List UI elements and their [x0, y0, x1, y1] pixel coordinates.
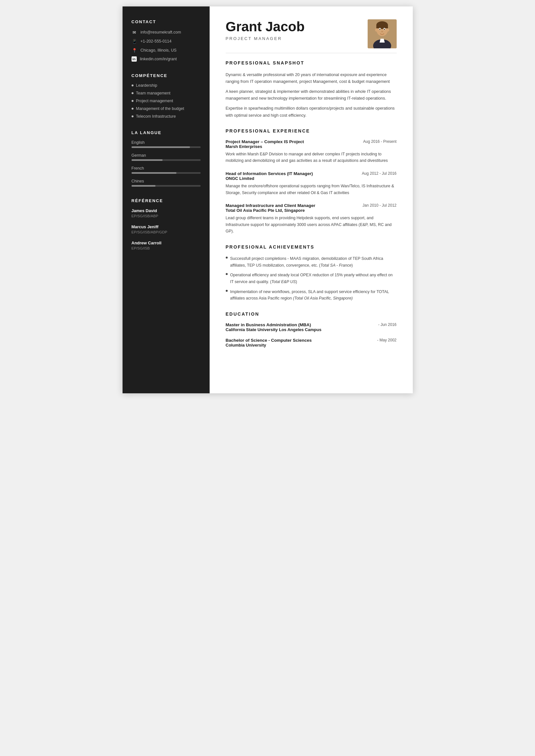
achievement-text: Implementation of new workflows, process…: [230, 288, 397, 302]
ref-2: Marcus Jeniff EP/SG/ISB/ABP/GDP: [131, 224, 201, 234]
skills-list: Leardership Team management Project mana…: [131, 83, 201, 119]
skill-dot: [131, 100, 133, 102]
experience-title: PROFESSIONAL EXPERIENCE: [226, 128, 397, 135]
lang-name: French: [131, 166, 201, 171]
skill-dot: [131, 92, 133, 94]
skills-section: COMPÉTENCE Leardership Team management P…: [131, 73, 201, 119]
exp-job-title: Head of Information Services (IT Manager…: [226, 171, 313, 176]
location-icon: 📍: [131, 47, 137, 53]
exp-header-row: Project Manager – Complex IS Project Aug…: [226, 139, 397, 144]
exp-header-row: Head of Information Services (IT Manager…: [226, 171, 397, 176]
skill-dot: [131, 108, 133, 110]
snapshot-title: PROFESSIONAL SNAPSHOT: [226, 60, 397, 67]
exp-company: Marsh Enterprises: [226, 144, 397, 149]
ref-name: James David: [131, 208, 201, 213]
bullet-dot: [226, 256, 228, 258]
linkedin-icon: in: [131, 56, 137, 62]
achievement-2: Operational efficiency and steady local …: [226, 272, 397, 285]
lang-name: English: [131, 140, 201, 145]
exp-desc: Work within Marsh E&P Division to manage…: [226, 151, 397, 164]
lang-bar-fill: [131, 172, 176, 174]
snapshot-para-2: A keen planner, strategist & implementer…: [226, 88, 397, 101]
phone-text: +1-202-555-0114: [141, 39, 172, 43]
ref-code: EP/SG/ISB/ABP: [131, 214, 201, 218]
lang-bar-fill: [131, 159, 162, 161]
resume-container: CONTACT ✉ info@resumekraft.com 📱 +1-202-…: [123, 7, 413, 393]
exp-job-title: Project Manager – Complex IS Project: [226, 139, 304, 144]
phone-icon: 📱: [131, 39, 137, 44]
edu-date: - Jun 2016: [378, 322, 397, 327]
lang-title: LA LANGUE: [131, 130, 201, 135]
edu-header-row: Bachelor of Science - Computer Sciences …: [226, 338, 397, 343]
ref-code: EP/SG/ISB: [131, 246, 201, 250]
edu-entry-1: Master in Business Administration (MBA) …: [226, 322, 397, 332]
edu-degree: Bachelor of Science - Computer Sciences: [226, 338, 312, 343]
avatar-image: [368, 19, 397, 48]
achievement-1: Successfull project completions - MAAS m…: [226, 255, 397, 269]
skill-dot: [131, 116, 133, 117]
contact-list: ✉ info@resumekraft.com 📱 +1-202-555-0114…: [131, 29, 201, 62]
exp-desc: Lead group different teams in providing …: [226, 215, 397, 235]
skill-label: Management of the budget: [136, 106, 184, 111]
edu-date: - May 2002: [377, 338, 396, 342]
achievement-text: Operational efficiency and steady local …: [230, 272, 397, 285]
lang-french: French: [131, 166, 201, 174]
contact-linkedin: in linkedin.com/in/grant: [131, 56, 201, 62]
lang-bar-bg: [131, 172, 201, 174]
skill-3: Project management: [131, 99, 201, 103]
achievement-3: Implementation of new workflows, process…: [226, 288, 397, 302]
experience-section: PROFESSIONAL EXPERIENCE Project Manager …: [226, 128, 397, 235]
exp-date: Aug 2016 - Present: [363, 139, 396, 144]
exp-entry-1: Project Manager – Complex IS Project Aug…: [226, 139, 397, 164]
svg-point-12: [381, 31, 383, 32]
svg-point-10: [379, 29, 380, 30]
contact-section: CONTACT ✉ info@resumekraft.com 📱 +1-202-…: [131, 19, 201, 62]
lang-bar-bg: [131, 147, 201, 148]
email-icon: ✉: [131, 29, 137, 35]
edu-school: California State University Los Angeles …: [226, 327, 397, 332]
contact-phone: 📱 +1-202-555-0114: [131, 39, 201, 44]
skills-title: COMPÉTENCE: [131, 73, 201, 78]
skill-dot: [131, 85, 133, 86]
ref-name: Andrew Carroll: [131, 240, 201, 245]
contact-title: CONTACT: [131, 19, 201, 24]
ref-3: Andrew Carroll EP/SG/ISB: [131, 240, 201, 250]
exp-date: Aug 2012 - Jul 2016: [362, 171, 396, 176]
lang-chinese: Chines: [131, 179, 201, 187]
sidebar: CONTACT ✉ info@resumekraft.com 📱 +1-202-…: [123, 7, 210, 393]
lang-german: German: [131, 153, 201, 161]
email-text: info@resumekraft.com: [141, 30, 181, 35]
reference-section: RÉFÉRENCE James David EP/SG/ISB/ABP Marc…: [131, 198, 201, 250]
education-section: EDUCATION Master in Business Administrat…: [226, 311, 397, 347]
main-header: Grant Jacob PROJECT MANAGER: [226, 19, 397, 48]
skill-label: Project management: [136, 99, 173, 103]
lang-bar-bg: [131, 159, 201, 161]
edu-school: Columbia University: [226, 343, 397, 347]
snapshot-section: PROFESSIONAL SNAPSHOT Dynamic & versatil…: [226, 60, 397, 119]
education-title: EDUCATION: [226, 311, 397, 318]
candidate-title: PROJECT MANAGER: [226, 36, 305, 41]
contact-location: 📍 Chicago, Illinois, US: [131, 47, 201, 53]
exp-header-row: Managed Infrastructure and Client Manage…: [226, 203, 397, 208]
skill-4: Management of the budget: [131, 106, 201, 111]
candidate-name: Grant Jacob: [226, 19, 305, 34]
snapshot-para-1: Dynamic & versatile professional with 20…: [226, 71, 397, 85]
ref-name: Marcus Jeniff: [131, 224, 201, 229]
lang-bar-fill: [131, 185, 156, 187]
lang-english: English: [131, 140, 201, 148]
exp-date: Jan 2010 - Jul 2012: [362, 203, 396, 208]
ref-code: EP/SG/ISB/ABP/GDP: [131, 230, 201, 234]
achievements-list: Successfull project completions - MAAS m…: [226, 255, 397, 302]
exp-desc: Manage the onshore/offshore operational …: [226, 183, 397, 196]
language-section: LA LANGUE English German French: [131, 130, 201, 187]
main-content: Grant Jacob PROJECT MANAGER: [210, 7, 413, 393]
achievement-text: Successfull project completions - MAAS m…: [230, 255, 397, 269]
skill-label: Telecom Infrastructure: [136, 114, 176, 119]
achievements-section: PROFESIONAL ACHIEVEMENTS Successfull pro…: [226, 244, 397, 302]
edu-entry-2: Bachelor of Science - Computer Sciences …: [226, 338, 397, 347]
achievements-title: PROFESIONAL ACHIEVEMENTS: [226, 244, 397, 251]
svg-point-7: [387, 28, 389, 32]
lang-name: Chines: [131, 179, 201, 183]
contact-email: ✉ info@resumekraft.com: [131, 29, 201, 35]
linkedin-text: linkedin.com/in/grant: [140, 57, 177, 61]
